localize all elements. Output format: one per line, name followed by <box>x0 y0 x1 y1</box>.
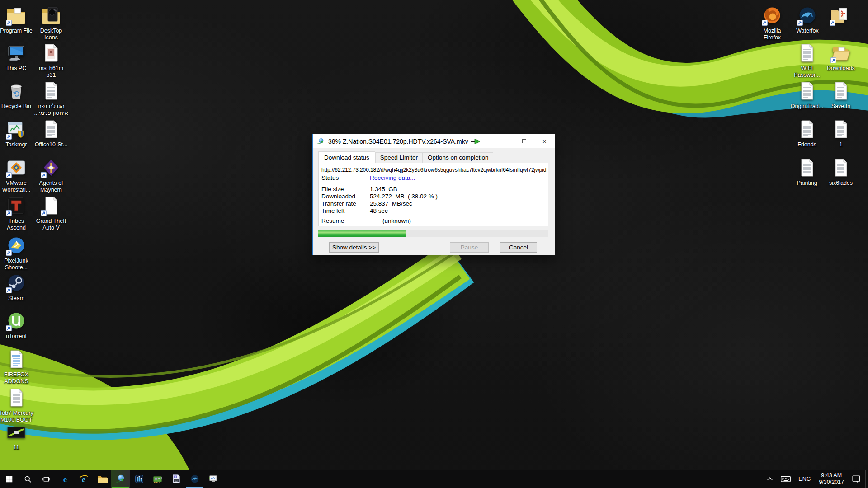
language-indicator[interactable]: ENG <box>794 470 815 488</box>
task-view-icon <box>42 475 51 483</box>
shortcut-arrow-icon <box>6 20 12 26</box>
green-arrow-icon <box>471 139 481 144</box>
desktop-icon-11[interactable]: 11 <box>0 421 39 451</box>
shortcut-arrow-icon <box>830 57 836 63</box>
desktop-icon-utorrent[interactable]: uTorrent <box>0 310 39 340</box>
edge-icon <box>60 474 71 484</box>
taskbar-idm-button[interactable] <box>111 470 130 488</box>
desktop-icon-glyph <box>5 42 27 64</box>
maximize-button[interactable] <box>514 134 534 148</box>
show-desktop-button[interactable] <box>865 470 868 488</box>
desktop-icon-six6lades[interactable]: six6lades <box>818 157 863 187</box>
taskbar-ie-button[interactable] <box>74 470 93 488</box>
desktop-icon-label: Agents of Mayhem <box>28 180 74 194</box>
transfer-rate-value: 25.837 MB/sec <box>370 200 412 207</box>
taskbar-waterfox-button[interactable] <box>185 470 204 488</box>
desktop: e e <box>0 0 868 488</box>
downloaded-label: Downloaded <box>321 193 370 200</box>
taskbar-doc4-app-button[interactable] <box>167 470 185 488</box>
downloaded-value: 524.272 MB ( 38.02 % ) <box>370 193 438 200</box>
desktop-icon-hebrew-doc[interactable]: הגדלת נפח ...איחסון פנימי <box>28 80 74 117</box>
progress-fill <box>318 230 406 237</box>
touch-keyboard-button[interactable] <box>777 470 794 488</box>
tray-chevron-button[interactable] <box>763 470 777 488</box>
taskbar-edge-button[interactable] <box>56 470 74 488</box>
dialog-titlebar[interactable]: 38% Z.Nation.S04E01.720p.HDTV.x264-SVA.m… <box>313 134 555 148</box>
shortcut-arrow-icon <box>6 134 12 140</box>
monitor-icon <box>208 474 219 484</box>
desktop-icon-label: six6lades <box>818 180 863 187</box>
desktop-icon-glyph <box>5 80 27 102</box>
clock-time: 9:43 AM <box>819 472 844 479</box>
clock[interactable]: 9:43 AM 9/30/2017 <box>815 470 848 488</box>
desktop-icon-office10[interactable]: Office10-St... <box>28 118 74 148</box>
minimize-button[interactable] <box>494 134 514 148</box>
keyboard-icon <box>780 474 791 484</box>
desktop-icon-msi-h61m-p31[interactable]: msi h61m p31 <box>28 42 74 79</box>
doc4-icon <box>171 474 182 484</box>
desktop-icon-glyph <box>40 118 62 140</box>
desktop-icon-glyph <box>5 421 27 443</box>
desktop-icon-label: 1 <box>818 141 863 148</box>
status-label: Status <box>321 174 370 182</box>
explorer-icon <box>97 474 108 484</box>
start-button[interactable] <box>0 470 19 488</box>
tab-speed-limiter[interactable]: Speed Limiter <box>375 152 423 163</box>
desktop-icon-label: Office10-St... <box>28 141 74 148</box>
action-center-icon <box>851 474 861 484</box>
desktop-icon-save-in[interactable]: Save.In <box>818 80 863 110</box>
desktop-icon-label: FIREFOX ADDONS <box>0 371 39 385</box>
tab-options-on-completion[interactable]: Options on completion <box>423 152 493 163</box>
transfer-rate-label: Transfer rate <box>321 200 370 207</box>
windows-logo-icon <box>5 475 14 483</box>
action-center-button[interactable] <box>848 470 864 488</box>
desktop-icon-steam[interactable]: Steam <box>0 272 39 302</box>
task-view-button[interactable] <box>37 470 56 488</box>
close-button[interactable]: × <box>534 134 555 148</box>
desktop-icon-label: Waterfox <box>785 28 830 34</box>
desktop-icon-glyph <box>40 5 62 26</box>
shortcut-arrow-icon <box>41 172 47 178</box>
desktop-icon-glyph <box>796 80 818 102</box>
desktop-icon-label: Downloads <box>818 65 863 72</box>
clock-date: 9/30/2017 <box>819 479 844 486</box>
desktop-icon-gta-v[interactable]: Grand Theft Auto V <box>28 195 74 232</box>
desktop-icon-tab7-mercury[interactable]: Tab7 Mercury M100 BOOT <box>0 387 39 424</box>
desktop-icon-glyph <box>830 157 852 178</box>
time-left-value: 48 sec <box>370 207 388 215</box>
tab-download-status[interactable]: Download status <box>318 151 375 163</box>
desktop-icon-glyph <box>5 387 27 408</box>
desktop-icon-agents-of-mayhem[interactable]: Agents of Mayhem <box>28 157 74 194</box>
taskbar-hw-monitor-button[interactable] <box>204 470 222 488</box>
dialog-tabs: Download statusSpeed LimiterOptions on c… <box>313 148 555 163</box>
desktop-icon-1[interactable]: 1 <box>818 118 863 148</box>
desktop-icon-pdf-shortcut[interactable] <box>817 5 863 28</box>
file-size-label: File size <box>321 186 370 193</box>
download-url: http://62.212.73.200:182/d/wqh4qjj2k2y3u… <box>321 167 545 173</box>
taskbar-pci-card-app-button[interactable] <box>148 470 167 488</box>
taskbar-explorer-button[interactable] <box>93 470 111 488</box>
desktop-icon-downloads[interactable]: Downloads <box>818 42 863 72</box>
pcb-icon <box>152 474 163 484</box>
status-value: Receiving data... <box>370 174 415 182</box>
ie-icon <box>78 474 89 484</box>
desktop-icon-glyph <box>796 42 818 64</box>
shortcut-arrow-icon <box>41 210 47 216</box>
desktop-icon-firefox-addons[interactable]: FIREFOX ADDONS <box>0 348 39 385</box>
taskbar-equalizer-app-button[interactable] <box>130 470 148 488</box>
time-left-label: Time left <box>321 207 370 215</box>
desktop-icon-label: Grand Theft Auto V <box>28 218 74 232</box>
pause-button[interactable]: Pause <box>450 242 489 253</box>
chevron-up-icon <box>766 475 774 483</box>
cancel-button[interactable]: Cancel <box>500 242 537 253</box>
desktop-icon-label: msi h61m p31 <box>28 65 74 79</box>
show-details-button[interactable]: Show details >> <box>329 242 379 253</box>
shortcut-arrow-icon <box>6 325 12 331</box>
desktop-icon-pixeljunk[interactable]: PixelJunk Shoote... <box>0 235 39 272</box>
desktop-icon-glyph <box>796 157 818 178</box>
desktop-icon-label: Save.In <box>818 103 863 110</box>
desktop-icon-desktop-icons[interactable]: DeskTop Icons <box>28 5 74 42</box>
search-button[interactable] <box>19 470 37 488</box>
shortcut-arrow-icon <box>762 20 768 26</box>
desktop-icon-glyph <box>5 348 27 370</box>
